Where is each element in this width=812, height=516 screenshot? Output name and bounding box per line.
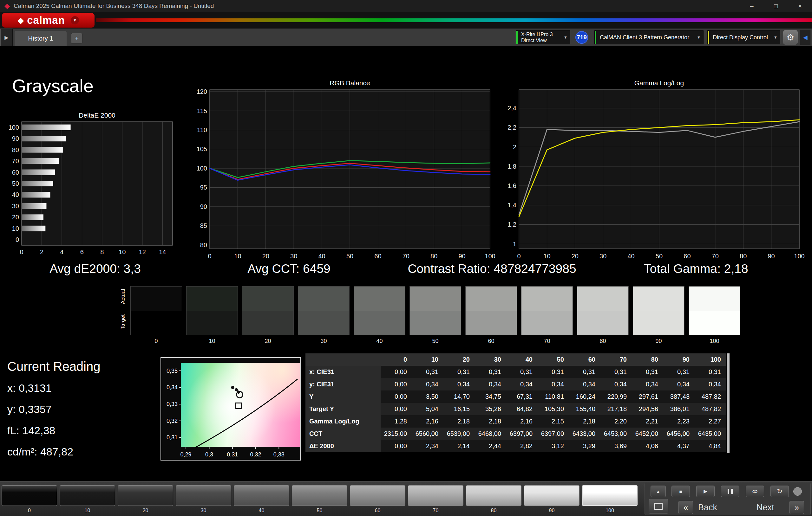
table-cell: 0,34 [538,378,569,391]
pattern-level-60-button[interactable] [350,485,405,506]
table-cell: 0,31 [443,366,475,378]
swatch-actual-color [466,286,517,311]
pattern-level-label: 0 [2,508,57,513]
settings-gear-button[interactable]: ⚙ [783,30,798,45]
table-cell: 64,82 [506,403,538,415]
cie-chart-panel: 0,310,320,330,340,350,290,30,310,320,33 [161,357,301,460]
table-cell: 4,84 [695,440,726,452]
svg-text:90: 90 [458,253,465,260]
svg-text:10: 10 [234,253,241,260]
grayscale-swatch-90: 90 [633,286,685,344]
table-cell: 0,31 [663,366,695,378]
current-reading-panel: Current Reading x: 0,3131 y: 0,3357 fL: … [7,359,100,467]
pattern-generator-dropdown[interactable]: CalMAN Client 3 Pattern Generator ▼ [594,30,703,44]
calman-menu-button[interactable]: ◆ calman ▼ [2,13,94,28]
table-cell: 3,50 [412,391,443,403]
next-chevron-button[interactable]: » [789,501,804,514]
table-cell: 4,06 [632,440,663,452]
maximize-button[interactable]: □ [764,0,788,12]
workflow-expander-button[interactable]: ▶ [0,29,13,46]
grayscale-swatch-40: 40 [354,286,405,344]
table-cell: 0,31 [601,366,632,378]
table-cell: 0,34 [695,378,726,391]
pattern-window-button[interactable] [649,499,668,513]
grayscale-swatch-70: 70 [521,286,573,344]
swatch-box [409,286,461,335]
table-cell: 2,16 [412,415,443,428]
svg-text:2,2: 2,2 [508,124,516,131]
swatch-actual-color [521,286,573,311]
svg-text:60: 60 [684,253,691,260]
table-col-header-40: 40 [506,354,538,366]
repeat-button[interactable]: ↻ [771,486,789,497]
table-cell: 294,56 [632,403,663,415]
table-cell: 0,34 [663,378,695,391]
close-button[interactable]: × [788,0,812,12]
display-control-dropdown[interactable]: Direct Display Control ▼ [707,30,780,44]
grayscale-swatch-100: 100 [689,286,740,344]
pattern-level-30-button[interactable] [176,485,231,506]
meter-dropdown[interactable]: X-Rite i1Pro 3 Direct View ▼ [516,30,570,44]
table-scrollbar[interactable] [727,354,729,453]
svg-text:0,29: 0,29 [180,451,192,458]
swatch-target-color [131,311,182,335]
svg-text:50: 50 [346,253,353,260]
next-label[interactable]: Next [756,503,774,513]
pattern-level-100-button[interactable] [582,485,638,506]
table-cell: 155,40 [569,403,601,415]
svg-text:30: 30 [12,203,19,210]
table-col-header-20: 20 [443,354,475,366]
pattern-level-20-button[interactable] [118,485,173,506]
add-tab-button[interactable]: + [71,33,83,44]
svg-text:115: 115 [197,108,207,114]
table-cell: 3,29 [569,440,601,452]
table-cell: 2,15 [538,415,569,428]
table-col-header-80: 80 [632,354,663,366]
back-chevron-button[interactable]: « [678,501,693,514]
svg-text:0: 0 [208,253,211,260]
svg-text:50: 50 [656,253,663,260]
grayscale-swatch-80: 80 [577,286,629,344]
pattern-level-label: 60 [350,508,405,513]
swatch-actual-color [186,286,238,311]
continuous-measure-button[interactable]: ∞ [746,486,764,497]
pattern-level-40-button[interactable] [234,485,289,506]
minimize-button[interactable]: – [740,0,764,12]
table-row: CCT2315,006560,006539,006468,006397,0063… [306,428,726,440]
swatch-label: 0 [130,338,182,344]
pattern-level-50-button[interactable] [292,485,347,506]
svg-text:40: 40 [12,191,19,198]
swatch-actual-color [633,286,684,311]
panel-up-button[interactable]: ▲ [650,486,666,497]
pattern-level-70-button[interactable] [408,485,463,506]
svg-text:100: 100 [794,253,804,260]
table-col-header-30: 30 [475,354,506,366]
brand-bar: ◆ calman ▼ [0,12,812,29]
svg-text:8: 8 [100,248,104,255]
collapse-panel-button[interactable]: ◀ [800,30,811,45]
tab-history-1[interactable]: History 1 [14,31,67,46]
pattern-level-0-button[interactable] [2,485,57,506]
pattern-level-90-button[interactable] [524,485,580,506]
table-row-label: ΔE 2000 [306,440,381,452]
swatch-actual-color [298,286,349,311]
svg-text:4: 4 [60,248,63,255]
pause-button[interactable] [721,486,740,497]
pattern-level-label: 10 [60,508,115,513]
window-titlebar: ◆ Calman 2025 Calman Ultimate for Busine… [0,0,812,12]
table-cell: 2,18 [475,415,506,428]
pattern-level-80-button[interactable] [466,485,521,506]
svg-text:6: 6 [80,248,84,255]
svg-text:1,8: 1,8 [508,163,516,170]
swatch-target-color [354,311,405,335]
table-cell: 487,82 [695,403,726,415]
measurement-count-badge: 719 [575,31,588,44]
stop-button[interactable]: ■ [671,486,690,497]
gear-icon: ⚙ [787,32,794,42]
play-button[interactable]: ▶ [696,486,715,497]
pattern-level-10-button[interactable] [60,485,115,506]
table-cell: 6468,00 [475,428,506,440]
reading-y: y: 0,3357 [7,403,100,416]
back-label[interactable]: Back [698,503,717,513]
table-cell: 4,37 [663,440,695,452]
